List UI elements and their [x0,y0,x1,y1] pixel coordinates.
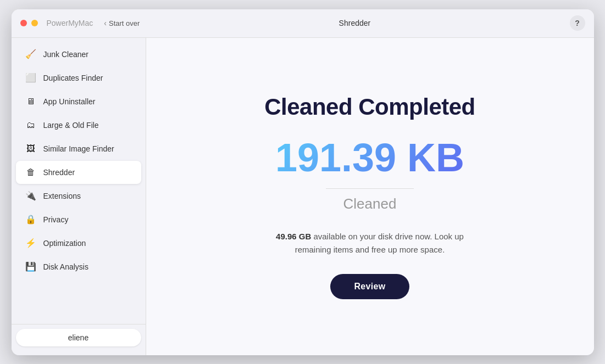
sidebar-footer: eliene [12,324,146,351]
sidebar: 🧹Junk Cleaner⬜Duplicates Finder🖥App Unin… [12,38,146,355]
sidebar-item-large-old-file[interactable]: 🗂Large & Old File [16,114,141,137]
sidebar-item-duplicates-finder[interactable]: ⬜Duplicates Finder [16,66,141,89]
app-name: PowerMyMac [47,19,93,27]
sidebar-item-privacy[interactable]: 🔒Privacy [16,208,141,231]
extensions-icon: 🔌 [25,190,37,202]
help-button[interactable]: ? [570,15,585,31]
start-over-button[interactable]: ‹ Start over [104,19,140,27]
divider [326,188,414,189]
close-button[interactable] [20,20,27,26]
similar-image-finder-icon: 🖼 [25,143,37,155]
sidebar-label-disk-analysis: Disk Analysis [43,262,88,271]
traffic-lights [20,20,38,26]
sidebar-label-shredder: Shredder [43,168,75,177]
disk-analysis-icon: 💾 [25,261,37,273]
description-rest: available on your disk drive now. Look u… [295,232,464,254]
sidebar-label-optimization: Optimization [43,239,86,248]
sidebar-label-large-old-file: Large & Old File [43,121,99,130]
content-area: Cleaned Completed 191.39 KB Cleaned 49.9… [146,38,594,355]
app-uninstaller-icon: 🖥 [25,96,37,108]
sidebar-item-optimization[interactable]: ⚡Optimization [16,232,141,255]
shredder-icon: 🗑 [25,166,37,178]
cleaned-label: Cleaned [343,195,397,212]
titlebar-center-title: Shredder [140,19,569,27]
sidebar-item-junk-cleaner[interactable]: 🧹Junk Cleaner [16,43,141,66]
chevron-left-icon: ‹ [104,19,107,27]
optimization-icon: ⚡ [25,237,37,249]
privacy-icon: 🔒 [25,214,37,226]
sidebar-label-app-uninstaller: App Uninstaller [43,97,96,106]
sidebar-label-privacy: Privacy [43,215,69,224]
large-old-file-icon: 🗂 [25,119,37,131]
sidebar-item-disk-analysis[interactable]: 💾Disk Analysis [16,255,141,278]
titlebar: PowerMyMac ‹ Start over Shredder ? [12,9,594,38]
disk-space-amount: 49.96 GB [276,232,311,241]
cleaned-title: Cleaned Completed [264,94,475,120]
sidebar-item-app-uninstaller[interactable]: 🖥App Uninstaller [16,90,141,113]
junk-cleaner-icon: 🧹 [25,48,37,60]
sidebar-item-similar-image-finder[interactable]: 🖼Similar Image Finder [16,137,141,160]
sidebar-item-extensions[interactable]: 🔌Extensions [16,184,141,208]
start-over-label: Start over [109,19,140,27]
review-button[interactable]: Review [330,274,410,299]
sidebar-label-duplicates-finder: Duplicates Finder [43,74,103,82]
sidebar-label-similar-image-finder: Similar Image Finder [43,144,114,153]
cleaned-amount: 191.39 KB [275,138,464,177]
duplicates-finder-icon: ⬜ [25,72,37,84]
sidebar-item-shredder[interactable]: 🗑Shredder [16,161,141,184]
minimize-button[interactable] [31,20,38,26]
description-text: 49.96 GB available on your disk drive no… [265,230,474,256]
app-window: PowerMyMac ‹ Start over Shredder ? 🧹Junk… [12,9,594,355]
sidebar-nav: 🧹Junk Cleaner⬜Duplicates Finder🖥App Unin… [12,42,146,320]
sidebar-label-junk-cleaner: Junk Cleaner [43,50,89,59]
sidebar-label-extensions: Extensions [43,192,81,200]
main-layout: 🧹Junk Cleaner⬜Duplicates Finder🖥App Unin… [12,38,594,355]
user-pill[interactable]: eliene [16,329,141,346]
